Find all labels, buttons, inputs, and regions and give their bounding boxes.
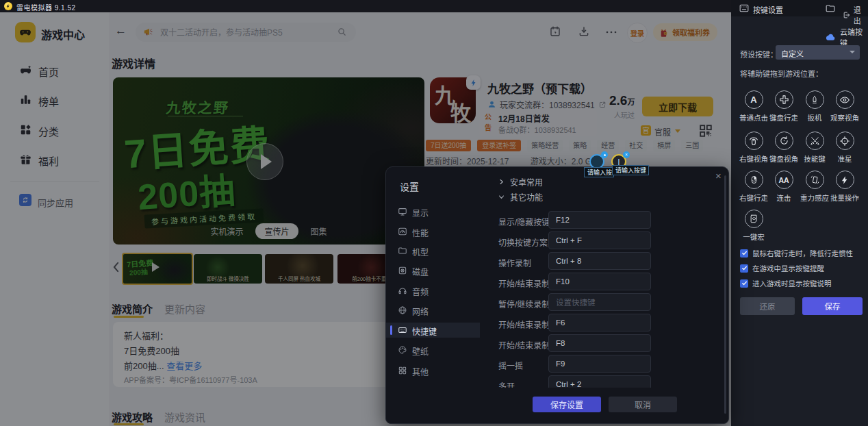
crossed-swords-icon — [806, 131, 824, 150]
keymap-tool-crosshair[interactable]: 准星 — [830, 131, 860, 164]
shortcut-row: 暂停/继续录制操作 设置快捷键 — [498, 293, 723, 311]
shortcut-input[interactable]: Ctrl + 2 — [548, 375, 651, 388]
keymap-tool-batch-operation[interactable]: 批量操作 — [830, 171, 860, 203]
shortcut-row: 操作录制 Ctrl + 8 — [498, 252, 723, 270]
shortcut-input[interactable]: 设置快捷键 — [548, 293, 651, 311]
key-settings-panel: 按键设置 退出 云端按键 预设按键： 自定义 将辅助键拖到游戏位置： A 普通点… — [731, 0, 868, 426]
rotate-arrows-icon — [775, 131, 793, 150]
keymap-tool-normal-click[interactable]: A 普通点击 — [739, 90, 769, 123]
keybind-tooltip: 请输入按键 — [584, 167, 614, 177]
dpad-cross-icon — [775, 90, 793, 109]
lightning-icon — [836, 171, 854, 189]
checkbox-show-key-reminder[interactable]: 在游戏中显示按键提醒 — [740, 263, 824, 273]
panel-title: 按键设置 — [753, 4, 783, 15]
shortcut-input[interactable]: F9 — [548, 355, 651, 373]
keymap-tool-trigger[interactable]: 扳机 — [800, 90, 830, 123]
eye-icon — [836, 90, 854, 109]
exit-button[interactable]: 退出 — [843, 4, 868, 26]
mouse-orbit-icon — [745, 131, 763, 150]
section-android-common[interactable]: 安卓常用 — [498, 176, 543, 188]
preset-keys-label: 预设按键： — [740, 49, 778, 60]
folder-icon[interactable] — [826, 4, 835, 12]
keymap-tool-skill-key[interactable]: 技能键 — [800, 131, 830, 164]
chevron-down-icon — [850, 51, 855, 53]
keybind-badge-icon[interactable] — [601, 151, 608, 158]
mouse-icon — [745, 171, 763, 189]
panel-header: 按键设置 退出 — [731, 0, 868, 16]
shortcut-list: 显示/隐藏按键提示 F12 切换按键方案 Ctrl + F 操作录制 Ctrl … — [386, 203, 723, 388]
double-a-icon: AA — [775, 171, 793, 189]
section-other-functions[interactable]: 其它功能 — [498, 191, 543, 203]
app-title: 雷电模拟器 9.1.52 — [16, 2, 76, 12]
save-settings-button[interactable]: 保存设置 — [533, 397, 601, 412]
keybind-tooltip: 请输入按键 — [612, 165, 649, 175]
keymap-tool-observe-view[interactable]: 观察视角 — [830, 90, 860, 123]
shortcut-input[interactable]: Ctrl + F — [548, 231, 651, 249]
drag-hint: 将辅助键拖到游戏位置： — [740, 68, 823, 79]
checkbox-checked-icon — [740, 279, 748, 288]
app-logo-icon — [4, 2, 12, 10]
phone-tilt-icon — [806, 171, 824, 189]
keybind-remove-icon[interactable]: × — [623, 151, 630, 158]
shortcut-row: 多开 Ctrl + 2 — [498, 375, 723, 388]
checkbox-checked-icon — [740, 249, 748, 258]
checkbox-show-key-instructions[interactable]: 进入游戏时显示按键说明 — [740, 278, 832, 288]
shortcut-row: 摇一摇 F9 — [498, 355, 723, 373]
keymap-tool-keyboard-walk[interactable]: 键盘行走 — [769, 90, 799, 123]
cancel-button[interactable]: 取消 — [609, 397, 677, 412]
restore-button[interactable]: 还原 — [740, 297, 795, 315]
chevron-right-icon — [498, 179, 505, 185]
save-button[interactable]: 保存 — [802, 297, 863, 315]
shortcut-row: 切换按键方案 Ctrl + F — [498, 231, 723, 249]
shortcut-input[interactable]: F6 — [548, 314, 651, 331]
shortcut-input[interactable]: Ctrl + 8 — [548, 252, 651, 270]
settings-modal: × 设置 显示 性能 机型 磁盘 音频 网络 快捷键 — [385, 166, 729, 424]
checkbox-reduce-inertia[interactable]: 鼠标右键行走时，降低行走惯性 — [740, 248, 853, 258]
shortcut-row: 显示/隐藏按键提示 F12 — [498, 211, 723, 229]
keyboard-icon — [739, 4, 749, 12]
titlebar: 雷电模拟器 9.1.52 — [0, 0, 731, 12]
shortcut-input[interactable]: F8 — [548, 334, 651, 352]
preset-keys-select[interactable]: 自定义 — [776, 45, 860, 60]
letter-a-icon: A — [745, 90, 763, 109]
ldplayer-window: 雷电模拟器 9.1.52 游戏中心 首页 榜单 — [0, 0, 868, 426]
crosshair-icon — [836, 131, 854, 150]
shortcut-input[interactable]: F10 — [548, 273, 651, 290]
keymap-tool-combo[interactable]: AA 连击 — [769, 171, 799, 203]
keymap-tool-one-key-macro[interactable]: 一键宏 — [739, 210, 769, 242]
keymap-tool-keyboard-view[interactable]: 键盘视角 — [769, 131, 799, 164]
exit-icon — [843, 11, 851, 19]
shortcut-input[interactable]: F12 — [548, 211, 651, 229]
shortcut-row: 开始/结束录制宏 F6 — [498, 314, 723, 331]
shortcut-row: 开始/结束录制操作 F10 — [498, 273, 723, 290]
cloud-icon — [826, 34, 836, 41]
settings-title: 设置 — [400, 179, 419, 193]
keymap-tool-right-click-walk[interactable]: 右键行走 — [739, 171, 769, 203]
modal-scrollbar[interactable] — [724, 175, 726, 414]
close-icon[interactable]: × — [715, 170, 722, 181]
macro-script-icon — [745, 210, 763, 228]
chevron-down-icon — [498, 194, 505, 200]
checkbox-checked-icon — [740, 264, 748, 273]
keymap-tool-gravity-sensor[interactable]: 重力感应 — [800, 171, 830, 203]
bullet-icon — [806, 90, 824, 109]
shortcut-row: 开始/结束录制视频 F8 — [498, 334, 723, 352]
keymap-tool-right-click-view[interactable]: 右键视角 — [739, 131, 769, 164]
